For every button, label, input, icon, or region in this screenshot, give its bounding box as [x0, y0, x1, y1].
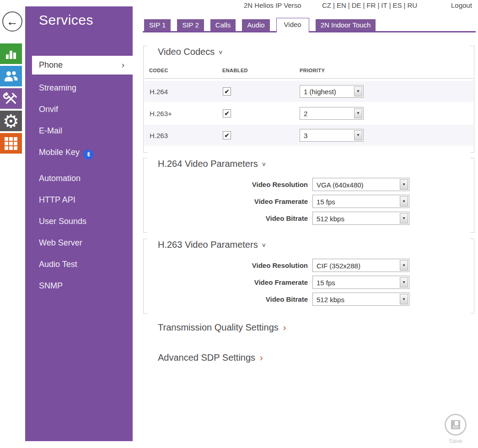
column-header-codec: CODEC — [149, 68, 168, 73]
nav-system-icon[interactable] — [0, 133, 22, 154]
sidebar-item-label: Onvif — [39, 105, 58, 114]
language-link-de[interactable]: DE — [350, 1, 363, 9]
column-header-enabled: ENABLED — [222, 68, 248, 73]
video-framerate-dropdown[interactable]: 15 fps ▼ — [312, 195, 409, 208]
language-link-es[interactable]: ES — [391, 1, 404, 9]
sidebar-item-label: Streaming — [39, 83, 76, 92]
dropdown-arrow-icon: ▼ — [402, 264, 406, 267]
nav-hardware-icon[interactable] — [0, 88, 22, 109]
language-switcher: CZ|EN|DE|FR|IT|ES|RU — [320, 1, 419, 9]
sidebar-item-audio-test[interactable]: Audio Test — [25, 254, 133, 275]
field-label: Video Bitrate — [143, 293, 308, 306]
language-separator: | — [389, 1, 391, 9]
enabled-checkbox[interactable]: ✔ — [223, 131, 231, 139]
chevron-down-icon: ˅ — [262, 161, 266, 168]
sidebar-item-automation[interactable]: Automation — [25, 168, 133, 189]
language-link-ru[interactable]: RU — [405, 1, 419, 9]
language-link-en[interactable]: EN — [335, 1, 348, 9]
h263-parameters-title[interactable]: H.263 Video Parameters˅ — [158, 240, 266, 250]
dropdown-button[interactable]: ▼ — [354, 130, 362, 140]
video-resolution-dropdown[interactable]: CIF (352x288) ▼ — [312, 259, 409, 272]
sidebar-item-mobile-key[interactable]: Mobile Key — [25, 142, 133, 163]
dropdown-arrow-icon: ▼ — [356, 90, 360, 93]
bar-chart-icon — [4, 47, 18, 61]
chevron-down-icon: ˅ — [219, 49, 222, 56]
app-screen: 2N Helios IP Verso CZ|EN|DE|FR|IT|ES|RU … — [0, 0, 478, 448]
video-framerate-dropdown[interactable]: 15 fps ▼ — [312, 276, 409, 289]
tab-sip2[interactable]: SIP 2 — [177, 19, 204, 31]
sidebar-item-streaming[interactable]: Streaming — [25, 77, 133, 99]
form-row: Video Bitrate 512 kbps ▼ — [143, 293, 474, 306]
form-row: Video Resolution CIF (352x288) ▼ — [143, 259, 474, 272]
priority-dropdown[interactable]: 2 ▼ — [300, 107, 364, 120]
back-button[interactable]: ← — [2, 11, 22, 32]
sidebar-item-onvif[interactable]: Onvif — [25, 99, 133, 120]
logout-link[interactable]: Logout — [451, 1, 472, 9]
sidebar: Services Phone › Streaming Onvif E-Mail … — [25, 6, 133, 441]
table-row: H.263+ ✔ 2 ▼ — [144, 103, 473, 124]
sidebar-item-user-sounds[interactable]: User Sounds — [25, 211, 133, 232]
users-icon — [3, 68, 19, 85]
back-arrow-icon: ← — [6, 16, 18, 27]
advanced-sdp-settings-toggle[interactable]: Advanced SDP Settings› — [158, 352, 263, 363]
language-link-it[interactable]: IT — [379, 1, 389, 9]
bluetooth-icon — [83, 149, 93, 160]
tab-audio[interactable]: Audio — [242, 19, 269, 31]
sidebar-item-web-server[interactable]: Web Server — [25, 232, 133, 254]
dropdown-button[interactable]: ▼ — [400, 213, 408, 224]
dropdown-arrow-icon: ▼ — [356, 112, 360, 115]
dropdown-button[interactable]: ▼ — [354, 108, 362, 118]
tools-icon — [3, 91, 19, 107]
dropdown-button[interactable]: ▼ — [400, 277, 408, 288]
dropdown-button[interactable]: ▼ — [400, 294, 408, 304]
chevron-right-icon: › — [122, 56, 124, 75]
tab-2n-indoor-touch[interactable]: 2N Indoor Touch — [316, 19, 376, 31]
sidebar-menu: Phone › Streaming Onvif E-Mail Mobile Ke… — [25, 56, 133, 297]
dropdown-button[interactable]: ▼ — [400, 179, 408, 190]
sidebar-item-label: E-Mail — [39, 126, 62, 135]
h263-parameters-section: H.263 Video Parameters˅ Video Resolution… — [143, 239, 474, 314]
nav-directory-icon[interactable] — [0, 66, 22, 86]
nav-services-icon[interactable]: ⚙ — [0, 111, 22, 131]
chevron-down-icon: ˅ — [262, 242, 266, 249]
video-codecs-title[interactable]: Video Codecs˅ — [158, 47, 222, 57]
video-resolution-dropdown[interactable]: VGA (640x480) ▼ — [312, 178, 409, 191]
language-link-cz[interactable]: CZ — [320, 1, 333, 9]
dropdown-arrow-icon: ▼ — [402, 217, 406, 220]
form-row: Video Framerate 15 fps ▼ — [143, 276, 474, 289]
grid-icon — [5, 137, 17, 150]
sidebar-item-phone[interactable]: Phone › — [32, 56, 133, 75]
tab-sip1[interactable]: SIP 1 — [144, 19, 171, 31]
sidebar-item-http-api[interactable]: HTTP API — [25, 189, 133, 211]
sidebar-item-label: User Sounds — [39, 217, 86, 226]
nav-statistics-icon[interactable] — [0, 43, 22, 64]
dropdown-button[interactable]: ▼ — [400, 260, 408, 271]
gear-icon: ⚙ — [3, 112, 19, 130]
dropdown-arrow-icon: ▼ — [402, 183, 406, 187]
sidebar-item-label: Phone — [39, 56, 63, 75]
transmission-quality-settings-toggle[interactable]: Transmission Quality Settings› — [158, 322, 286, 333]
dropdown-button[interactable]: ▼ — [400, 196, 408, 207]
video-bitrate-dropdown[interactable]: 512 kbps ▼ — [312, 293, 409, 306]
floppy-disk-icon — [451, 420, 460, 429]
chevron-right-icon: › — [283, 322, 286, 332]
tab-calls[interactable]: Calls — [210, 19, 236, 31]
priority-dropdown[interactable]: 1 (highest) ▼ — [300, 85, 364, 98]
sidebar-item-snmp[interactable]: SNMP — [25, 275, 133, 297]
table-row: H.263 ✔ 3 ▼ — [144, 125, 473, 146]
video-bitrate-dropdown[interactable]: 512 kbps ▼ — [312, 212, 409, 225]
h264-parameters-title[interactable]: H.264 Video Parameters˅ — [158, 159, 266, 169]
enabled-checkbox[interactable]: ✔ — [223, 109, 231, 117]
form-row: Video Framerate 15 fps ▼ — [143, 195, 474, 208]
field-label: Video Resolution — [143, 259, 308, 272]
enabled-checkbox[interactable]: ✔ — [223, 87, 231, 96]
dropdown-arrow-icon: ▼ — [402, 281, 406, 284]
sidebar-item-email[interactable]: E-Mail — [25, 120, 133, 142]
device-name: 2N Helios IP Verso — [244, 1, 301, 9]
priority-dropdown[interactable]: 3 ▼ — [300, 129, 364, 142]
language-link-fr[interactable]: FR — [365, 1, 377, 9]
save-button[interactable] — [445, 414, 467, 436]
sidebar-item-label: SNMP — [39, 281, 63, 290]
tab-video[interactable]: Video — [276, 18, 309, 32]
dropdown-button[interactable]: ▼ — [354, 86, 362, 96]
